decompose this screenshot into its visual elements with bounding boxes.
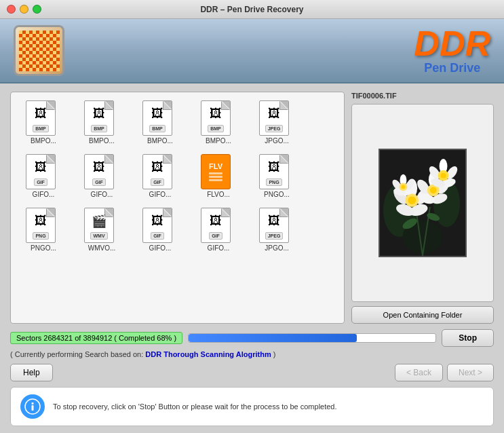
list-item[interactable]: 🖼 BMP BMPO...	[16, 98, 71, 147]
file-icon-bmp3: 🖼 BMP	[142, 100, 178, 136]
file-icon-jpeg2: 🖼 JPEG	[259, 208, 294, 243]
progress-label-row: Sectors 2684321 of 3894912 ( Completed 6…	[10, 329, 494, 347]
file-icon-gif1: 🖼 GIF	[26, 154, 61, 189]
bottom-row: Help < Back Next >	[10, 364, 494, 381]
file-panel: 🖼 BMP BMPO... 🖼 BMP BMPO...	[10, 92, 345, 324]
file-name: GIFO...	[149, 191, 172, 198]
file-icon-wmv: 🎬 WMV	[84, 208, 119, 243]
file-grid: 🖼 BMP BMPO... 🖼 BMP BMPO...	[11, 92, 344, 323]
checker-icon	[19, 31, 60, 71]
info-message: To stop recovery, click on 'Stop' Button…	[53, 402, 337, 411]
brand-sub: Pen Drive	[414, 61, 490, 75]
file-icon-gif5: 🖼 GIF	[201, 208, 236, 243]
title-bar: DDR – Pen Drive Recovery	[0, 0, 504, 19]
list-item[interactable]: 🖼 PNG PNGO...	[250, 151, 304, 201]
progress-label: Sectors 2684321 of 3894912 ( Completed 6…	[10, 332, 182, 344]
brand-area: DDR Pen Drive	[414, 26, 490, 75]
scanning-info: ( Currently performing Search based on: …	[10, 350, 494, 358]
file-name: BMPO...	[206, 137, 231, 145]
file-name: BMPO...	[147, 137, 173, 145]
info-icon	[20, 394, 45, 419]
list-item[interactable]: 🖼 BMP BMPO...	[133, 98, 187, 147]
progress-bar-container	[188, 333, 436, 343]
next-button[interactable]: Next >	[447, 364, 494, 381]
minimize-button[interactable]	[20, 5, 28, 14]
file-name: BMPO...	[89, 137, 115, 145]
file-name: PNGO...	[31, 244, 56, 252]
file-icon-flv: FLV	[201, 154, 236, 189]
file-icon-gif3: 🖼 GIF	[142, 154, 178, 189]
list-item[interactable]: 🖼 GIF GIFO...	[133, 205, 187, 255]
preview-image	[379, 149, 467, 257]
stop-button[interactable]: Stop	[442, 329, 494, 347]
file-name: PNGO...	[264, 191, 290, 198]
progress-bar-fill	[189, 334, 357, 342]
close-button[interactable]	[7, 5, 16, 14]
file-icon-bmp2: 🖼 BMP	[84, 100, 119, 136]
svg-rect-38	[32, 402, 34, 404]
file-name: JPGO...	[265, 244, 289, 252]
brand-ddr: DDR	[414, 26, 490, 61]
file-icon-gif2: 🖼 GIF	[84, 154, 119, 189]
list-item[interactable]: 🖼 GIF GIFO...	[16, 151, 71, 201]
nav-buttons: < Back Next >	[395, 364, 494, 381]
list-item[interactable]: 🖼 BMP BMPO...	[191, 98, 246, 147]
help-button[interactable]: Help	[10, 364, 53, 381]
file-icon-bmp1: 🖼 BMP	[26, 100, 61, 136]
list-item[interactable]: 🖼 JPEG JPGO...	[250, 98, 304, 147]
svg-point-33	[402, 185, 406, 189]
list-item[interactable]: 🖼 JPEG JPGO...	[250, 205, 304, 255]
file-name: GIFO...	[33, 191, 55, 198]
file-name: GIFO...	[208, 244, 230, 252]
file-name: WMVO...	[88, 244, 116, 252]
file-name: GIFO...	[91, 191, 113, 198]
list-item[interactable]: 🎬 WMV WMVO...	[75, 205, 129, 255]
file-icon-png2: 🖼 PNG	[26, 208, 61, 243]
svg-point-12	[408, 196, 416, 204]
file-name: JPGO...	[265, 137, 289, 145]
preview-box	[351, 104, 494, 302]
header: DDR Pen Drive	[0, 19, 504, 83]
svg-point-26	[441, 173, 446, 178]
file-icon-png1: 🖼 PNG	[259, 154, 294, 189]
file-icon-gif4: 🖼 GIF	[142, 208, 178, 243]
flower-svg	[380, 149, 465, 257]
file-name: GIFO...	[149, 244, 172, 252]
content-row: 🖼 BMP BMPO... 🖼 BMP BMPO...	[10, 92, 494, 324]
file-icon-bmp4: 🖼 BMP	[201, 100, 236, 136]
maximize-button[interactable]	[33, 5, 41, 14]
list-item[interactable]: 🖼 PNG PNGO...	[16, 205, 71, 255]
file-name: FLVO...	[207, 191, 230, 198]
progress-area: Sectors 2684321 of 3894912 ( Completed 6…	[10, 329, 494, 358]
scanning-text: ( Currently performing Search based on: …	[10, 350, 275, 358]
list-item[interactable]: FLV FLVO...	[191, 151, 246, 201]
back-button[interactable]: < Back	[395, 364, 443, 381]
window-controls[interactable]	[7, 5, 41, 14]
list-item[interactable]: 🖼 GIF GIFO...	[133, 151, 187, 201]
list-item[interactable]: 🖼 BMP BMPO...	[75, 98, 129, 147]
main-content: 🖼 BMP BMPO... 🖼 BMP BMPO...	[0, 83, 504, 433]
window-title: DDR – Pen Drive Recovery	[200, 5, 303, 14]
list-item[interactable]: 🖼 GIF GIFO...	[75, 151, 129, 201]
preview-panel: TIF00006.TIF	[351, 92, 494, 324]
open-folder-button[interactable]: Open Containing Folder	[351, 306, 494, 324]
file-name: BMPO...	[31, 137, 56, 145]
file-icon-jpeg1: 🖼 JPEG	[259, 100, 294, 136]
info-box: To stop recovery, click on 'Stop' Button…	[10, 387, 494, 426]
svg-rect-37	[32, 405, 34, 411]
app-logo	[14, 25, 64, 76]
svg-point-19	[430, 187, 437, 193]
preview-filename: TIF00006.TIF	[351, 92, 494, 100]
list-item[interactable]: 🖼 GIF GIFO...	[191, 205, 246, 255]
